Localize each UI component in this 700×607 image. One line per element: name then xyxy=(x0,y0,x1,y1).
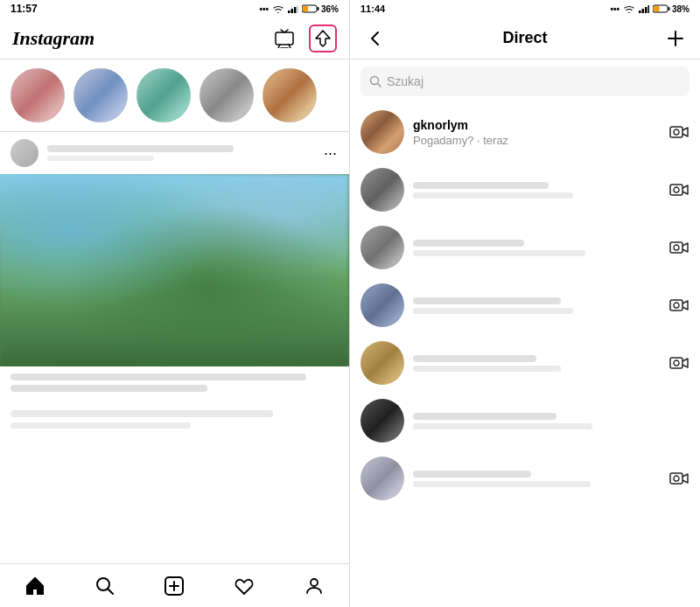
signal-bars-right xyxy=(639,4,649,13)
dm-avatar-4 xyxy=(360,341,404,385)
feed-content: ··· xyxy=(0,132,349,563)
svg-point-36 xyxy=(674,476,679,481)
svg-rect-29 xyxy=(670,242,682,253)
dm-preview-0: Pogadamy? · teraz xyxy=(413,134,660,147)
dm-blurred-preview-1 xyxy=(413,192,573,199)
dm-camera-3[interactable] xyxy=(668,295,690,316)
svg-point-13 xyxy=(311,579,318,586)
dm-item-4[interactable] xyxy=(350,334,700,392)
story-avatar-2[interactable] xyxy=(74,68,128,122)
dm-item-6[interactable] xyxy=(350,450,700,507)
status-icons-left: ••• xyxy=(259,4,339,14)
svg-point-30 xyxy=(674,245,679,250)
profile-button[interactable] xyxy=(300,572,328,600)
dm-info-3 xyxy=(413,297,660,314)
direct-icon-button[interactable] xyxy=(309,24,337,52)
back-button[interactable] xyxy=(362,26,387,51)
direct-nav: Direct xyxy=(350,17,700,59)
dm-item-3[interactable] xyxy=(350,276,700,334)
post-username-line xyxy=(47,145,234,152)
svg-rect-25 xyxy=(670,127,682,137)
svg-rect-20 xyxy=(654,6,660,11)
svg-rect-35 xyxy=(670,473,682,484)
dm-avatar-5 xyxy=(360,399,404,443)
dm-info-0: gknorlym Pogadamy? · teraz xyxy=(413,118,660,147)
post-image xyxy=(0,174,349,366)
caption-line-1 xyxy=(10,373,306,380)
search-placeholder: Szukaj xyxy=(387,74,424,88)
svg-rect-31 xyxy=(670,300,682,310)
story-avatar-4[interactable] xyxy=(200,68,254,122)
post-username-area xyxy=(47,145,313,161)
dm-blurred-name-2 xyxy=(413,240,524,247)
dm-item-1[interactable] xyxy=(350,161,700,219)
dm-blurred-name-5 xyxy=(413,413,556,420)
stories-row xyxy=(0,59,349,132)
svg-rect-0 xyxy=(288,10,290,13)
battery-left: 36% xyxy=(302,4,339,14)
home-button[interactable] xyxy=(21,572,49,600)
wifi-icon-right xyxy=(623,4,635,13)
svg-rect-2 xyxy=(294,7,297,13)
svg-rect-33 xyxy=(670,358,682,368)
more-content xyxy=(0,403,349,436)
status-bar-left: 11:57 ••• xyxy=(0,0,349,17)
post-user-avatar xyxy=(10,139,38,167)
time-left: 11:57 xyxy=(10,3,38,15)
dm-blurred-name-4 xyxy=(413,355,536,362)
svg-rect-17 xyxy=(648,5,649,13)
dm-camera-1[interactable] xyxy=(668,179,690,200)
status-bar-right: 11:44 ••• xyxy=(350,0,700,17)
dm-blurred-name-1 xyxy=(413,182,549,189)
signal-bars-left xyxy=(288,4,298,13)
instagram-logo: Instagram xyxy=(12,27,94,50)
search-bar[interactable]: Szukaj xyxy=(360,66,690,96)
dm-camera-0[interactable] xyxy=(668,122,690,143)
svg-rect-27 xyxy=(670,185,682,195)
story-avatar-1[interactable] xyxy=(10,68,65,122)
left-panel: 11:57 ••• xyxy=(0,0,350,607)
dm-item-0[interactable]: gknorlym Pogadamy? · teraz xyxy=(350,103,700,161)
battery-right: 38% xyxy=(653,4,690,14)
direct-title: Direct xyxy=(502,29,547,47)
post-more-icon[interactable]: ··· xyxy=(322,141,339,166)
wifi-icon-left xyxy=(272,4,284,13)
dm-camera-6[interactable] xyxy=(668,468,690,489)
dm-camera-4[interactable] xyxy=(668,352,690,373)
likes-button[interactable] xyxy=(230,572,258,600)
svg-rect-6 xyxy=(303,6,308,11)
svg-rect-19 xyxy=(668,7,669,10)
story-avatar-5[interactable] xyxy=(262,68,317,122)
search-button[interactable] xyxy=(91,572,119,600)
svg-rect-15 xyxy=(641,9,644,13)
dm-list: gknorlym Pogadamy? · teraz xyxy=(350,103,700,607)
dm-blurred-preview-3 xyxy=(413,308,573,314)
dm-avatar-3 xyxy=(360,283,404,327)
post-caption-area xyxy=(0,366,349,403)
svg-point-28 xyxy=(674,187,679,192)
top-nav-left: Instagram xyxy=(0,17,349,59)
right-panel: 11:44 ••• xyxy=(350,0,700,607)
svg-rect-16 xyxy=(645,7,648,13)
dm-item-2[interactable] xyxy=(350,219,700,276)
dm-camera-2[interactable] xyxy=(668,237,690,258)
dm-item-5[interactable] xyxy=(350,392,700,450)
svg-rect-5 xyxy=(317,7,318,10)
compose-button[interactable] xyxy=(663,26,688,51)
tv-icon-button[interactable] xyxy=(270,24,298,52)
dm-avatar-2 xyxy=(360,226,404,269)
time-right: 11:44 xyxy=(360,3,385,14)
svg-rect-3 xyxy=(297,5,298,13)
bottom-nav-left xyxy=(0,563,349,607)
caption-line-2 xyxy=(10,385,207,392)
add-post-button[interactable] xyxy=(160,572,188,600)
status-icons-right: ••• xyxy=(610,4,690,14)
dm-info-1 xyxy=(413,182,660,199)
story-avatar-3[interactable] xyxy=(136,68,191,122)
svg-point-32 xyxy=(674,303,679,308)
signal-dots-left: ••• xyxy=(259,4,269,14)
svg-rect-7 xyxy=(276,32,293,45)
dm-blurred-name-3 xyxy=(413,297,561,304)
svg-point-26 xyxy=(674,129,679,135)
dm-username-0: gknorlym xyxy=(413,118,660,132)
